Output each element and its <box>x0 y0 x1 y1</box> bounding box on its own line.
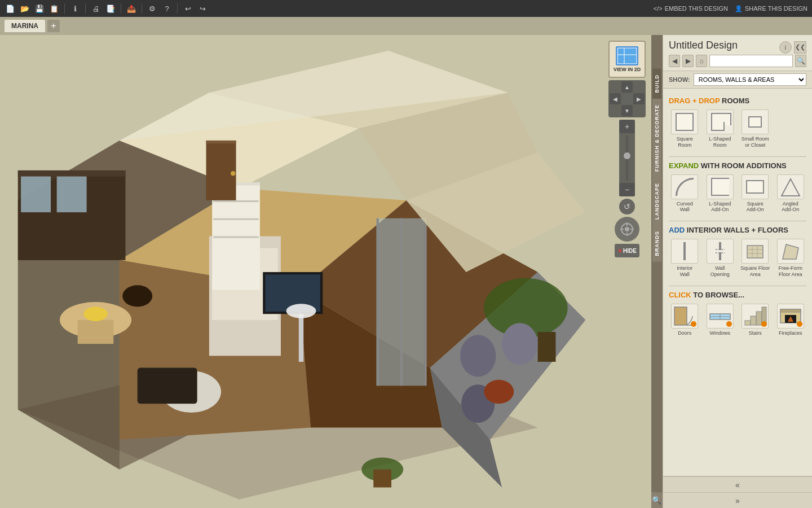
separator1 <box>64 3 65 14</box>
svg-point-57 <box>625 227 629 231</box>
settings-button[interactable] <box>615 217 639 242</box>
open-icon[interactable]: 📂 <box>19 3 30 14</box>
windows-item[interactable]: Windows <box>704 304 736 336</box>
new-file-icon[interactable]: 📄 <box>5 3 16 14</box>
rotate-button[interactable]: ↺ <box>619 199 635 214</box>
separator3 <box>121 3 121 14</box>
share-icon: 👤 <box>735 5 743 12</box>
view-2d-button[interactable]: VIEW IN 2D <box>608 41 646 78</box>
expand-title: EXPAND WITH ROOM ADDITIONS <box>669 161 806 170</box>
svg-rect-79 <box>751 316 756 325</box>
nav-down-button[interactable]: ▼ <box>621 105 633 116</box>
square-room-icon <box>676 113 694 131</box>
svg-rect-27 <box>138 368 197 404</box>
square-floor-label: Square FloorArea <box>740 265 770 278</box>
stairs-label: Stairs <box>749 330 762 336</box>
wall-opening-item[interactable]: WallOpening <box>704 239 736 278</box>
square-room-item[interactable]: SquareRoom <box>669 110 701 148</box>
nav-up-button[interactable]: ▲ <box>621 81 633 93</box>
panel-collapse-button[interactable]: ❮❮ <box>794 41 806 54</box>
l-shaped-room-icon-box <box>707 110 734 134</box>
canvas-area[interactable]: VIEW IN 2D ▲ ◀ ▶ ▼ + − <box>0 35 651 508</box>
square-addon-label: SquareAdd-On <box>747 201 764 213</box>
zoom-out-button[interactable]: − <box>619 183 635 196</box>
nav-dummy-bl <box>610 105 621 116</box>
windows-dot <box>726 321 732 327</box>
embed-code-icon: </> <box>654 5 663 12</box>
settings-icon[interactable]: ⚙ <box>147 3 158 14</box>
interior-title: ADD INTERIOR WALLS + FLOORS <box>669 226 806 234</box>
copy-icon[interactable]: 📋 <box>48 3 60 14</box>
fireplaces-dot <box>797 321 802 327</box>
side-tab-build[interactable]: BUILD <box>652 69 661 99</box>
nav-forward-button[interactable]: ▶ <box>682 55 694 67</box>
fireplaces-icon-box <box>777 304 804 329</box>
info-icon[interactable]: ℹ <box>69 3 81 14</box>
angled-addon-item[interactable]: AngledAdd-On <box>775 174 807 213</box>
toolbar-right: </> EMBED THIS DESIGN 👤 SHARE THIS DESIG… <box>654 5 807 12</box>
l-shaped-room-label: L-ShapedRoom <box>709 136 731 148</box>
panel-search-button[interactable]: 🔍 <box>795 55 806 67</box>
print-icon[interactable]: 🖨 <box>90 3 102 14</box>
svg-rect-15 <box>18 170 126 177</box>
side-tab-brands[interactable]: BRANDS <box>652 225 661 262</box>
save-icon[interactable]: 💾 <box>34 3 45 14</box>
browse-grid: Doors Windows <box>669 304 806 336</box>
additions-grid: CurvedWall L-ShapedAdd-On SquareAdd-On <box>669 174 806 213</box>
hide-button[interactable]: ✕ HIDE <box>615 244 639 257</box>
add-tab-button[interactable]: + <box>47 20 60 32</box>
wall-opening-label: WallOpening <box>710 265 730 278</box>
nav-left-button[interactable]: ◀ <box>610 93 621 104</box>
separator5 <box>177 3 178 14</box>
tab-marina[interactable]: MARINA <box>5 20 45 32</box>
print2-icon[interactable]: 📑 <box>105 3 116 14</box>
svg-rect-41 <box>424 218 426 386</box>
stairs-item[interactable]: Stairs <box>739 304 771 336</box>
panel-collapse-up-button[interactable]: « <box>663 476 812 492</box>
panel-info-button[interactable]: i <box>779 41 792 54</box>
zoom-slider-track <box>626 135 628 181</box>
nav-back-button[interactable]: ◀ <box>669 55 680 67</box>
stairs-dot <box>761 321 767 327</box>
panel-collapse-down-button[interactable]: » <box>663 492 812 508</box>
show-select[interactable]: ROOMS, WALLS & AREAS <box>694 73 806 86</box>
undo-icon[interactable]: ↩ <box>182 3 193 14</box>
windows-icon-box <box>707 304 734 329</box>
square-addon-item[interactable]: SquareAdd-On <box>739 174 771 213</box>
zoom-in-button[interactable]: + <box>619 120 635 133</box>
tab-bar: MARINA + <box>0 17 812 35</box>
side-tab-furnish[interactable]: FURNISH & DECORATE <box>652 99 661 177</box>
l-shaped-room-item[interactable]: L-ShapedRoom <box>704 110 736 148</box>
l-shaped-room-icon <box>711 113 729 131</box>
square-floor-item[interactable]: Square FloorArea <box>739 239 771 278</box>
nav-right-button[interactable]: ▶ <box>633 93 645 104</box>
embed-button[interactable]: </> EMBED THIS DESIGN <box>654 5 728 12</box>
angled-addon-icon <box>780 177 801 197</box>
doors-item[interactable]: Doors <box>669 304 701 336</box>
svg-point-29 <box>286 304 316 318</box>
curved-wall-item[interactable]: CurvedWall <box>669 174 701 213</box>
wall-opening-icon-box <box>707 239 734 264</box>
small-room-item[interactable]: Small Roomor Closet <box>739 110 771 148</box>
view-controls: VIEW IN 2D ▲ ◀ ▶ ▼ + − <box>608 41 646 257</box>
small-room-label: Small Roomor Closet <box>742 136 769 148</box>
fireplaces-item[interactable]: Fireplaces <box>775 304 807 336</box>
share-button[interactable]: 👤 SHARE THIS DESIGN <box>735 5 807 12</box>
panel-header: Untitled Design i ❮❮ ◀ ▶ ⌂ 🔍 <box>663 35 812 71</box>
freeform-floor-item[interactable]: Free-FormFloor Area <box>775 239 807 278</box>
redo-icon[interactable]: ↪ <box>197 3 208 14</box>
interior-wall-label: InteriorWall <box>677 265 692 278</box>
view-2d-icon <box>616 46 638 65</box>
side-tab-landscape[interactable]: LANDSCAPE <box>652 177 661 225</box>
curved-wall-label: CurvedWall <box>677 201 693 213</box>
nav-home-button[interactable]: ⌂ <box>696 55 707 67</box>
help-icon[interactable]: ? <box>161 3 173 14</box>
l-shaped-addon-item[interactable]: L-ShapedAdd-On <box>704 174 736 213</box>
panel-search-input[interactable] <box>709 55 793 67</box>
svg-point-21 <box>122 285 152 306</box>
square-floor-icon <box>745 241 765 261</box>
zoom-slider-thumb[interactable] <box>624 152 630 159</box>
export-icon[interactable]: 📤 <box>126 3 137 14</box>
interior-wall-item[interactable]: InteriorWall <box>669 239 701 278</box>
main-area: VIEW IN 2D ▲ ◀ ▶ ▼ + − <box>0 35 812 508</box>
